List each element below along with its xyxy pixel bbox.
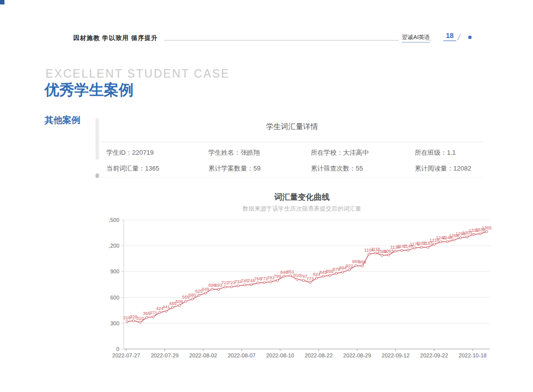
info-value: 张皓翔 bbox=[241, 149, 260, 156]
info-field-student-id: 学生ID：220719 bbox=[106, 148, 153, 157]
info-value: 220719 bbox=[132, 149, 153, 156]
page-number: 18 bbox=[443, 32, 456, 41]
scrollbar-track[interactable] bbox=[96, 118, 99, 160]
svg-text:900: 900 bbox=[110, 268, 119, 274]
info-value: 1365 bbox=[145, 165, 159, 172]
svg-text:773: 773 bbox=[306, 276, 314, 281]
info-field-reading-volume: 累计阅读量：12082 bbox=[415, 164, 471, 173]
info-label: 所在班级 bbox=[415, 149, 440, 156]
svg-text:2022-08-22: 2022-08-22 bbox=[305, 352, 333, 358]
info-colon: ： bbox=[349, 165, 356, 172]
info-field-school: 所在学校：大洼高中 bbox=[311, 148, 369, 157]
info-colon: ： bbox=[440, 149, 447, 156]
dot-icon bbox=[468, 36, 472, 39]
card-separator-line bbox=[101, 142, 483, 142]
svg-text:1365: 1365 bbox=[482, 225, 491, 230]
card-title: 学生词汇量详情 bbox=[101, 122, 483, 131]
info-label: 学生ID bbox=[106, 149, 126, 156]
slide-page: 因材施教 学以致用 循序提升 翌诚AI英语 18 / EXCELLENT STU… bbox=[0, 0, 533, 392]
info-label: 累计筛查次数 bbox=[311, 165, 349, 172]
header-slogan: 因材施教 学以致用 循序提升 bbox=[73, 34, 158, 43]
info-field-class: 所在班级：1.1 bbox=[415, 148, 456, 157]
info-value: 1.1 bbox=[447, 149, 456, 156]
info-colon: ： bbox=[126, 149, 132, 156]
svg-text:2022-07-27: 2022-07-27 bbox=[112, 352, 140, 358]
info-colon: ： bbox=[247, 165, 253, 172]
info-field-student-name: 学生姓名：张皓翔 bbox=[208, 148, 260, 157]
info-field-lesson-count: 累计学案数量：59 bbox=[208, 164, 260, 173]
page-number-slash-icon: / bbox=[458, 33, 460, 43]
brand-label: 翌诚AI英语 bbox=[402, 34, 430, 43]
info-label: 学生姓名 bbox=[208, 149, 234, 156]
svg-text:310: 310 bbox=[136, 316, 144, 321]
chart-title: 词汇量变化曲线 bbox=[109, 192, 495, 203]
svg-text:966: 966 bbox=[359, 260, 366, 264]
other-cases-label: 其他案例 bbox=[45, 114, 80, 126]
info-field-screening-count: 累计筛查次数：55 bbox=[311, 164, 363, 173]
svg-text:600: 600 bbox=[110, 295, 119, 301]
svg-text:2022-08-10: 2022-08-10 bbox=[266, 352, 294, 358]
info-label: 所在学校 bbox=[311, 149, 337, 156]
info-colon: ： bbox=[139, 165, 145, 172]
svg-text:2022-08-02: 2022-08-02 bbox=[189, 352, 217, 358]
info-value: 12082 bbox=[453, 165, 471, 172]
info-label: 累计学案数量 bbox=[208, 165, 247, 172]
info-colon: ： bbox=[337, 149, 343, 156]
info-field-current-vocab: 当前词汇量：1365 bbox=[106, 164, 159, 173]
info-label: 当前词汇量 bbox=[106, 165, 139, 172]
svg-text:2022-07-29: 2022-07-29 bbox=[151, 352, 179, 358]
svg-text:2022-08-29: 2022-08-29 bbox=[343, 352, 371, 358]
info-label: 累计阅读量 bbox=[415, 165, 447, 172]
svg-text:373: 373 bbox=[149, 310, 157, 315]
svg-text:1,500: 1,500 bbox=[109, 217, 119, 223]
info-colon: ： bbox=[234, 149, 241, 156]
card-separator-line-2 bbox=[101, 177, 483, 177]
info-value: 大洼高中 bbox=[343, 149, 369, 156]
svg-text:300: 300 bbox=[110, 320, 119, 326]
svg-text:2022-09-22: 2022-09-22 bbox=[420, 352, 448, 358]
svg-text:0: 0 bbox=[116, 346, 119, 352]
svg-text:2022-08-07: 2022-08-07 bbox=[228, 352, 255, 358]
info-value: 59 bbox=[253, 165, 260, 172]
section-title-zh: 优秀学生案例 bbox=[45, 80, 134, 100]
svg-text:2022-10-18: 2022-10-18 bbox=[459, 352, 486, 358]
info-colon: ： bbox=[447, 165, 453, 172]
header-divider-line bbox=[164, 40, 399, 41]
header-divider-line-short bbox=[426, 40, 432, 41]
section-title-en: EXCELLENT STUDENT CASE bbox=[46, 67, 230, 81]
corner-accent bbox=[0, 0, 4, 4]
chart-subtitle: 数据来源于该学生历次筛查表提交后的词汇量 bbox=[109, 205, 495, 213]
vocab-line-chart: 03006009001,2001,5002022-07-272022-07-29… bbox=[109, 217, 495, 365]
svg-text:1,200: 1,200 bbox=[109, 243, 119, 249]
info-value: 55 bbox=[356, 165, 363, 172]
svg-text:2022-09-12: 2022-09-12 bbox=[382, 352, 409, 358]
scrollbar-thumb[interactable] bbox=[96, 174, 99, 178]
